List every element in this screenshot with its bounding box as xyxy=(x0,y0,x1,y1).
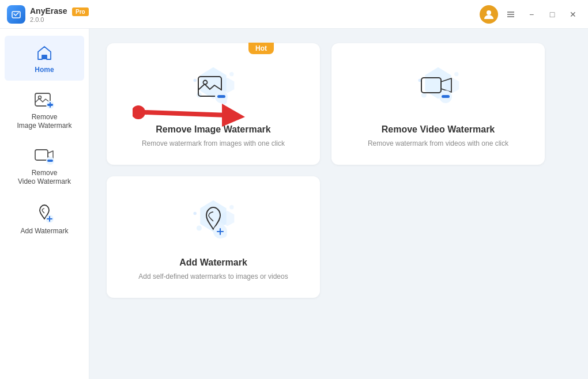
card-remove-video-desc: Remove watermark from videos with one cl… xyxy=(368,139,508,147)
svg-rect-12 xyxy=(47,160,53,162)
card-remove-image[interactable]: Hot xyxy=(107,43,320,165)
svg-rect-5 xyxy=(42,55,47,59)
main-layout: Home RemoveImage Watermark RemoveVideo xyxy=(0,29,588,379)
app-icon xyxy=(7,5,25,24)
app-version: 2.0.0 xyxy=(30,16,89,23)
svg-point-7 xyxy=(39,96,42,98)
sidebar-item-remove-video-label: RemoveVideo Watermark xyxy=(18,169,71,187)
hamburger-menu-button[interactable] xyxy=(503,6,519,22)
remove-video-icon xyxy=(34,147,55,165)
card-icon-area-add xyxy=(184,196,242,248)
svg-rect-10 xyxy=(35,150,48,160)
card-remove-image-desc: Remove watermark from images with one cl… xyxy=(142,139,285,147)
sidebar-item-add-watermark-label: Add Watermark xyxy=(21,227,69,236)
titlebar-controls: − □ ✕ xyxy=(480,5,581,24)
card-remove-video-title: Remove Video Watermark xyxy=(382,124,495,135)
card-remove-image-title: Remove Image Watermark xyxy=(156,124,271,135)
sidebar: Home RemoveImage Watermark RemoveVideo xyxy=(0,29,89,379)
card-add-watermark-desc: Add self-defined watermarks to images or… xyxy=(138,272,288,281)
sidebar-item-remove-image[interactable]: RemoveImage Watermark xyxy=(5,83,84,137)
svg-point-39 xyxy=(193,211,196,214)
app-name: AnyErase xyxy=(30,6,67,16)
close-button[interactable]: ✕ xyxy=(565,6,581,22)
hot-badge: Hot xyxy=(248,43,274,54)
svg-rect-9 xyxy=(47,104,53,106)
sidebar-item-home-label: Home xyxy=(35,66,54,75)
svg-rect-34 xyxy=(442,95,450,98)
sidebar-item-add-watermark[interactable]: Add Watermark xyxy=(5,195,84,242)
card-add-watermark[interactable]: Add Watermark Add self-defined watermark… xyxy=(107,176,320,298)
maximize-button[interactable]: □ xyxy=(544,6,560,22)
home-icon xyxy=(35,44,54,62)
sidebar-item-remove-image-label: RemoveImage Watermark xyxy=(17,113,72,131)
remove-image-icon xyxy=(34,91,55,109)
svg-point-21 xyxy=(193,78,196,81)
svg-point-1 xyxy=(487,10,491,15)
add-watermark-card-icon xyxy=(198,206,228,238)
sidebar-item-remove-video[interactable]: RemoveVideo Watermark xyxy=(5,139,84,192)
card-icon-area-video xyxy=(409,63,467,115)
app-name-group: AnyErase Pro 2.0.0 xyxy=(30,6,89,23)
svg-point-24 xyxy=(203,81,208,85)
remove-image-card-icon xyxy=(197,75,229,104)
minimize-button[interactable]: − xyxy=(523,6,540,22)
cards-grid: Hot xyxy=(107,43,545,298)
svg-rect-32 xyxy=(421,78,441,93)
add-watermark-icon xyxy=(34,203,55,223)
titlebar: AnyErase Pro 2.0.0 − □ ✕ xyxy=(0,0,588,29)
user-avatar[interactable] xyxy=(480,5,498,24)
card-remove-video[interactable]: Remove Video Watermark Remove watermark … xyxy=(331,43,545,165)
pro-badge: Pro xyxy=(72,7,89,16)
sidebar-item-home[interactable]: Home xyxy=(5,36,84,81)
svg-point-20 xyxy=(229,72,233,76)
svg-rect-26 xyxy=(217,95,225,98)
svg-point-38 xyxy=(229,205,233,209)
remove-video-card-icon xyxy=(420,75,456,104)
card-add-watermark-title: Add Watermark xyxy=(179,257,247,268)
content-area: Hot xyxy=(89,29,588,379)
app-logo: AnyErase Pro 2.0.0 xyxy=(7,5,89,24)
card-icon-area-image xyxy=(184,63,242,115)
